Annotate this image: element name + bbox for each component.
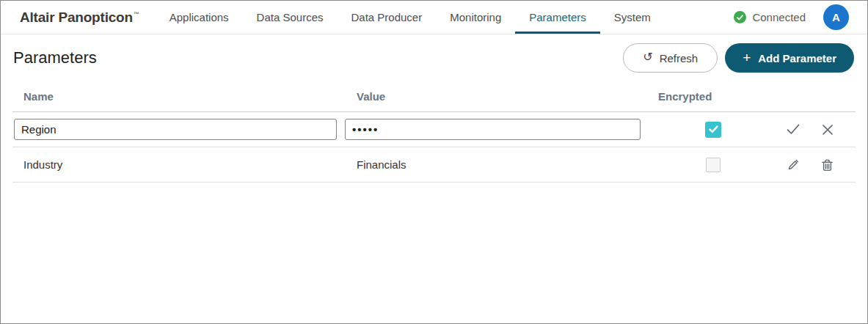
table-row: Industry Financials bbox=[12, 147, 856, 183]
parameter-value: Financials bbox=[337, 158, 641, 171]
topbar-right: Connected A bbox=[734, 1, 867, 34]
delete-trash-icon[interactable] bbox=[820, 158, 834, 172]
column-header-value: Value bbox=[337, 90, 641, 103]
trademark-symbol: ™ bbox=[134, 11, 139, 18]
table-header-row: Name Value Encrypted bbox=[12, 81, 856, 112]
parameters-table: Name Value Encrypted bbox=[12, 81, 856, 183]
top-navigation-bar: Altair Panopticon™ Applications Data Sou… bbox=[1, 1, 867, 34]
nav-item-monitoring[interactable]: Monitoring bbox=[436, 1, 515, 34]
page-header: Parameters ↺ Refresh + Add Parameter bbox=[1, 34, 867, 81]
row-actions bbox=[743, 122, 856, 136]
encrypted-cell bbox=[641, 122, 743, 138]
nav-item-system[interactable]: System bbox=[600, 1, 665, 34]
connection-status-label: Connected bbox=[752, 11, 806, 23]
encrypted-cell bbox=[641, 158, 743, 172]
row-actions bbox=[743, 158, 856, 172]
add-parameter-button-label: Add Parameter bbox=[758, 52, 836, 65]
page-title: Parameters bbox=[13, 48, 97, 67]
column-header-name: Name bbox=[12, 90, 337, 103]
user-avatar[interactable]: A bbox=[823, 4, 849, 30]
connected-check-icon bbox=[734, 11, 746, 23]
name-input[interactable] bbox=[14, 119, 337, 140]
app-logo: Altair Panopticon™ bbox=[20, 1, 139, 34]
cancel-icon[interactable] bbox=[820, 122, 834, 136]
refresh-icon: ↺ bbox=[643, 51, 652, 63]
plus-icon: + bbox=[743, 51, 751, 65]
column-header-encrypted: Encrypted bbox=[641, 90, 743, 103]
name-cell bbox=[12, 119, 337, 140]
refresh-button[interactable]: ↺ Refresh bbox=[623, 43, 718, 73]
nav-item-parameters[interactable]: Parameters bbox=[515, 1, 600, 34]
nav-item-applications[interactable]: Applications bbox=[156, 1, 243, 34]
connection-status: Connected bbox=[734, 11, 806, 23]
add-parameter-button[interactable]: + Add Parameter bbox=[725, 43, 854, 73]
logo-text: Altair Panopticon bbox=[20, 10, 133, 26]
encrypted-checkbox-checked[interactable] bbox=[705, 122, 721, 138]
header-actions: ↺ Refresh + Add Parameter bbox=[623, 43, 854, 73]
value-cell bbox=[337, 119, 641, 140]
refresh-button-label: Refresh bbox=[660, 52, 699, 65]
parameter-name: Industry bbox=[12, 158, 337, 171]
value-input[interactable] bbox=[345, 119, 641, 140]
table-row-edit bbox=[12, 112, 856, 147]
encrypted-checkbox-unchecked bbox=[706, 158, 721, 172]
app-window: Altair Panopticon™ Applications Data Sou… bbox=[0, 0, 868, 324]
nav-item-data-sources[interactable]: Data Sources bbox=[243, 1, 338, 34]
confirm-icon[interactable] bbox=[786, 122, 800, 136]
main-nav: Applications Data Sources Data Producer … bbox=[156, 1, 665, 34]
nav-item-data-producer[interactable]: Data Producer bbox=[337, 1, 436, 34]
edit-pencil-icon[interactable] bbox=[786, 158, 800, 172]
